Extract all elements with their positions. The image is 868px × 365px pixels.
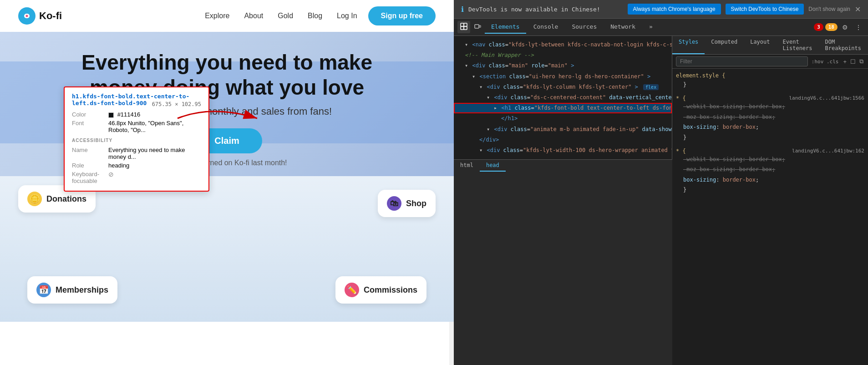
css-rule-1-prop-2: -moz-box-sizing: border-box; (676, 112, 864, 122)
acc-keyboard-value: ⊘ (108, 170, 201, 185)
css-rule-1-prop-3: box-sizing: border-box; (676, 122, 864, 132)
tree-div-hero-wrapper[interactable]: ▾ <div class="kfds-lyt-width-100 ds-hero… (454, 145, 672, 156)
add-style-button[interactable]: + (842, 57, 848, 66)
css-rules: element.style { } * { landingV6.c...641j… (672, 69, 868, 365)
dont-show-button[interactable]: Don't show again (808, 6, 850, 12)
shop-card: 🛍 Shop (378, 190, 436, 217)
font-value: 46.8px Nunito, "Open Sans", Roboto, "Op.… (108, 119, 201, 134)
css-rule-2-prop-2: -moz-box-sizing: border-box; (676, 164, 864, 174)
element-style-close: } (676, 80, 864, 90)
tab-event-listeners[interactable]: Event Listeners (777, 36, 819, 54)
css-rule-2-close: } (676, 185, 864, 195)
devtools-notification: ℹ DevTools is now available in Chinese! … (454, 0, 868, 19)
logo-text: Ko-fi (39, 10, 62, 22)
css-rule-2-prop-1: -webkit-box-sizing: border-box; (676, 154, 864, 164)
memberships-icon: 📅 (36, 283, 51, 297)
tree-h1-close[interactable]: </h1> (454, 113, 672, 124)
devtools-toolbar: Elements Console Sources Network » 3 18 … (454, 19, 868, 36)
more-options-button[interactable]: ⋮ (853, 22, 864, 33)
tab-styles[interactable]: Styles (672, 36, 705, 54)
element-style-selector: element.style { (676, 72, 864, 79)
styles-pane: Styles Computed Layout Event Listeners D… (672, 36, 868, 365)
accessibility-label: ACCESSIBILITY (72, 138, 201, 143)
styles-filter: :hov .cls + ☐ ⧉ (672, 55, 868, 69)
inspector-tooltip: h1.kfds-font-bold.text-center-to-left.ds… (64, 86, 209, 192)
nav-blog[interactable]: Blog (308, 12, 322, 20)
tree-div-main[interactable]: ▾ <div class="main" role="main" > (454, 61, 672, 71)
tree-comment-main: <!-- Main Wrapper --> (454, 50, 672, 61)
copy-style-button[interactable]: ⧉ (858, 57, 864, 66)
tree-nav-line[interactable]: ▾ <nav class="kfds-lyt-between kfds-c-na… (454, 40, 672, 50)
donations-label: Donations (46, 194, 86, 204)
switch-devtools-button[interactable]: Switch DevTools to Chinese (726, 4, 804, 15)
svg-rect-3 (461, 23, 464, 26)
css-rule-2: * { landingV6.c...641jbw:162 -webkit-box… (676, 148, 864, 195)
tab-computed[interactable]: Computed (705, 36, 744, 54)
tab-layout[interactable]: Layout (744, 36, 776, 54)
close-notification-button[interactable]: ✕ (855, 5, 861, 14)
tab-elements[interactable]: Elements (485, 20, 526, 34)
filter-input[interactable] (676, 56, 808, 66)
commissions-card: ✏️ Commissions (335, 276, 426, 304)
commissions-icon: ✏️ (345, 283, 359, 297)
html-head-tabs: html head (454, 159, 672, 172)
nav-explore[interactable]: Explore (205, 12, 229, 20)
tree-h1-selected[interactable]: ▸ <h1 class="kfds-font-bold text-center-… (454, 103, 672, 113)
font-label: Font (72, 119, 108, 134)
inspector-properties: Color #111416 Font 46.8px Nunito, "Open … (72, 110, 201, 134)
warn-count: 18 (825, 23, 838, 31)
acc-name-label: Name (72, 146, 108, 161)
svg-point-1 (26, 15, 28, 17)
html-tree-pane: ▾ <nav class="kfds-lyt-between kfds-c-na… (454, 36, 672, 159)
tab-dom-breakpoints[interactable]: DOM Breakpoints (819, 36, 868, 54)
devtools-main: ▾ <nav class="kfds-lyt-between kfds-c-na… (454, 36, 868, 365)
nav-gold[interactable]: Gold (278, 12, 293, 20)
nav-links: Explore About Gold Blog Log In (205, 12, 357, 20)
device-toggle-button[interactable] (471, 21, 484, 33)
svg-rect-5 (461, 26, 464, 30)
css-rule-2-selector: * { landingV6.c...641jbw:162 (676, 148, 864, 154)
tab-head[interactable]: head (480, 160, 506, 172)
notification-text: DevTools is now available in Chinese! (468, 6, 623, 13)
svg-rect-6 (464, 26, 467, 30)
toolbar-right: 3 18 ⚙ ⋮ (814, 22, 864, 33)
signup-button[interactable]: Sign up free (368, 6, 436, 25)
devtools-panel: ℹ DevTools is now available in Chinese! … (454, 0, 868, 365)
tab-html[interactable]: html (454, 160, 480, 172)
info-icon: ℹ (461, 5, 464, 14)
css-rule-2-source: landingV6.c...641jbw:162 (792, 148, 864, 154)
acc-role-label: Role (72, 161, 108, 170)
color-swatch (108, 112, 114, 118)
tab-more[interactable]: » (643, 20, 659, 34)
tab-sources[interactable]: Sources (565, 20, 603, 34)
tree-div-column[interactable]: ▾ <div class="kfds-lyt-column kfds-lyt-c… (454, 82, 672, 92)
css-rule-1: * { landingV6.c...641jbw:1566 -webkit-bo… (676, 95, 864, 142)
color-label: Color (72, 110, 108, 119)
hero-section: Everything you need to make money doing … (0, 32, 454, 176)
css-rule-1-selector: * { landingV6.c...641jbw:1566 (676, 95, 864, 101)
tree-div-centered[interactable]: ▾ <div class="ds-c-centered-content" dat… (454, 92, 672, 103)
acc-keyboard-label: Keyboard-focusable (72, 170, 108, 185)
toggle-style-button[interactable]: ☐ (849, 57, 857, 66)
css-rule-1-source: landingV6.c...641jbw:1566 (789, 95, 864, 101)
website-area: Ko-fi Explore About Gold Blog Log In Sig… (0, 0, 454, 365)
tree-section-hero[interactable]: ▾ <section class="ui-hero hero-lg ds-her… (454, 71, 672, 82)
nav-about[interactable]: About (244, 12, 263, 20)
settings-button[interactable]: ⚙ (839, 22, 851, 33)
tree-div-close[interactable]: </div> (454, 135, 672, 145)
css-rule-2-prop-3: box-sizing: border-box; (676, 175, 864, 185)
element-style-rule: element.style { } (676, 72, 864, 90)
filter-hov-cls[interactable]: :hov .cls (812, 59, 839, 65)
svg-rect-7 (475, 25, 479, 28)
tab-console[interactable]: Console (527, 20, 565, 34)
inspect-element-button[interactable] (457, 21, 470, 33)
commissions-label: Commissions (364, 285, 417, 295)
filter-icons: + ☐ ⧉ (842, 57, 864, 66)
nav-login[interactable]: Log In (337, 12, 357, 20)
logo[interactable]: Ko-fi (18, 7, 62, 25)
acc-name-value: Everything you need to make money d... (108, 146, 201, 161)
inspector-size: 675.35 × 102.95 (152, 101, 201, 107)
tab-network[interactable]: Network (604, 20, 642, 34)
match-language-button[interactable]: Always match Chrome's language (628, 4, 721, 15)
tree-div-animate[interactable]: ▾ <div class="animate m-b animated fade-… (454, 124, 672, 135)
